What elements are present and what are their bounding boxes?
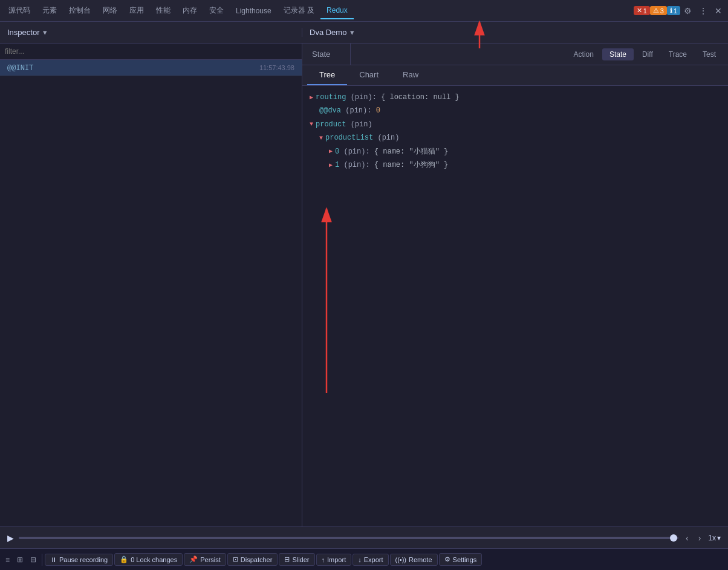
play-button[interactable]: ▶ <box>7 533 14 543</box>
action-btn-state[interactable]: State <box>602 48 634 60</box>
toolbar-icon-3[interactable]: ⊟ <box>27 554 39 566</box>
lock-changes-button[interactable]: 🔒 0 Lock changes <box>114 553 183 566</box>
tab-tree[interactable]: Tree <box>307 65 347 85</box>
tab-lighthouse[interactable]: Lighthouse <box>230 3 278 19</box>
action-buttons-group: Action State Diff Trace Test <box>562 48 728 60</box>
pause-icon: ⏸ <box>50 556 57 563</box>
devtools-tab-bar: 源代码 元素 控制台 网络 应用 性能 内存 安全 Lighthouse 记录器… <box>0 0 728 22</box>
export-button[interactable]: ↓ Export <box>353 554 388 566</box>
action-btn-trace[interactable]: Trace <box>661 48 694 60</box>
tab-recorder[interactable]: 记录器 及 <box>278 2 320 19</box>
info-badge: ℹ 1 <box>667 6 680 15</box>
action-list: @@INIT 11:57:43.98 <box>0 60 302 526</box>
lock-changes-label: 0 Lock changes <box>131 556 177 563</box>
tab-sources[interactable]: 源代码 <box>2 2 36 19</box>
import-label: Import <box>327 556 346 563</box>
import-button[interactable]: ↑ Import <box>316 554 352 566</box>
tree-row-routing[interactable]: ▶ routing (pin): { location: null } <box>310 91 721 104</box>
tab-console[interactable]: 控制台 <box>63 2 97 19</box>
import-icon: ↑ <box>322 556 325 563</box>
settings-icon[interactable]: ⚙ <box>680 4 695 18</box>
tree-key-productlist: productList <box>325 132 373 144</box>
action-name: @@INIT <box>7 63 33 72</box>
state-panel-label: State <box>302 44 351 65</box>
dispatcher-icon: ⊡ <box>233 555 238 563</box>
inspector-panel: @@INIT 11:57:43.98 <box>0 44 302 526</box>
tab-performance[interactable]: 性能 <box>150 2 177 19</box>
tree-row-product[interactable]: ▼ product (pin) <box>310 118 721 131</box>
prev-button[interactable]: ‹ <box>683 532 691 544</box>
settings-gear-icon: ⚙ <box>444 555 450 563</box>
persist-button[interactable]: 📌 Persist <box>184 553 226 566</box>
progress-thumb <box>670 534 677 542</box>
toolbar-separator-1 <box>42 554 42 566</box>
tab-memory[interactable]: 内存 <box>177 2 203 19</box>
tree-key-item1: 1 <box>335 159 339 171</box>
state-panel: State Action State Diff Trace Test Tree … <box>302 44 728 526</box>
toolbar-icon-1[interactable]: ≡ <box>2 554 13 566</box>
tree-row-item0[interactable]: ▶ 0 (pin): { name: "小猫猫" } <box>329 145 721 158</box>
pause-recording-button[interactable]: ⏸ Pause recording <box>45 554 113 566</box>
toolbar-icon-2[interactable]: ⊞ <box>14 554 26 566</box>
close-icon[interactable]: ✕ <box>711 4 726 18</box>
speed-value: 1x <box>708 534 716 542</box>
warn-icon: ⚠ <box>653 7 659 15</box>
filter-bar <box>0 44 302 60</box>
tab-elements[interactable]: 元素 <box>36 2 63 19</box>
inspector-title: Inspector <box>7 28 39 37</box>
settings-label: Settings <box>453 556 477 563</box>
tab-redux[interactable]: Redux <box>320 2 354 19</box>
main-panels: @@INIT 11:57:43.98 State Action State Di… <box>0 44 728 526</box>
persist-label: Persist <box>200 556 221 563</box>
speed-arrow-icon: ▾ <box>717 534 721 542</box>
settings-button[interactable]: ⚙ Settings <box>439 553 483 566</box>
playback-bar: ▶ ‹ › 1x ▾ <box>0 526 728 548</box>
dva-demo-title: Dva Demo <box>310 28 346 37</box>
tree-arrow-product: ▼ <box>310 119 313 129</box>
pause-recording-label: Pause recording <box>59 556 108 563</box>
tree-arrow-item0: ▶ <box>329 146 333 157</box>
filter-input[interactable] <box>5 47 297 56</box>
export-icon: ↓ <box>358 556 362 563</box>
action-btn-diff[interactable]: Diff <box>635 48 660 60</box>
action-btn-action[interactable]: Action <box>567 48 601 60</box>
redux-panel-header: Inspector ▾ Dva Demo ▾ <box>0 22 728 44</box>
dva-dropdown-arrow[interactable]: ▾ <box>350 28 354 37</box>
tab-raw[interactable]: Raw <box>391 65 431 85</box>
tree-arrow-item1: ▶ <box>329 160 333 170</box>
tree-key-routing: routing <box>316 91 346 103</box>
dispatcher-label: Dispatcher <box>241 556 273 563</box>
remote-icon: ((•)) <box>395 556 407 563</box>
tab-security[interactable]: 安全 <box>203 2 230 19</box>
tree-row-productlist[interactable]: ▼ productList (pin) <box>319 131 721 144</box>
tree-arrow-productlist: ▼ <box>319 133 323 143</box>
tab-chart[interactable]: Chart <box>347 65 391 85</box>
next-button[interactable]: › <box>696 532 704 544</box>
remote-button[interactable]: ((•)) Remote <box>390 554 438 566</box>
slider-label: Slider <box>292 556 309 563</box>
tab-application[interactable]: 应用 <box>123 2 150 19</box>
dva-demo-title-area: Dva Demo ▾ <box>302 28 728 37</box>
tree-tabs-bar: Tree Chart Raw <box>302 65 728 86</box>
tree-key-item0: 0 <box>335 146 339 158</box>
inspector-dropdown-arrow[interactable]: ▾ <box>43 28 47 37</box>
tree-row-item1[interactable]: ▶ 1 (pin): { name: "小狗狗" } <box>329 158 721 172</box>
speed-selector[interactable]: 1x ▾ <box>708 534 721 542</box>
error-icon: ✕ <box>637 7 642 15</box>
action-btn-test[interactable]: Test <box>695 48 723 60</box>
remote-label: Remote <box>409 556 432 563</box>
warn-badge: ⚠ 3 <box>650 6 667 15</box>
progress-track[interactable] <box>19 537 678 539</box>
tree-row-dva[interactable]: @@dva (pin): 0 <box>310 104 721 117</box>
lock-icon: 🔒 <box>120 555 128 563</box>
action-time: 11:57:43.98 <box>259 64 294 71</box>
more-icon[interactable]: ⋮ <box>695 4 711 18</box>
dispatcher-button[interactable]: ⊡ Dispatcher <box>227 553 278 566</box>
slider-icon: ⊟ <box>284 555 290 563</box>
tree-key-dva: @@dva <box>319 105 341 117</box>
state-tree: ▶ routing (pin): { location: null } @@dv… <box>302 86 728 526</box>
tab-network[interactable]: 网络 <box>97 2 123 19</box>
slider-button[interactable]: ⊟ Slider <box>279 553 314 566</box>
action-item[interactable]: @@INIT 11:57:43.98 <box>0 60 302 76</box>
right-top-bar: State Action State Diff Trace Test <box>302 44 728 65</box>
